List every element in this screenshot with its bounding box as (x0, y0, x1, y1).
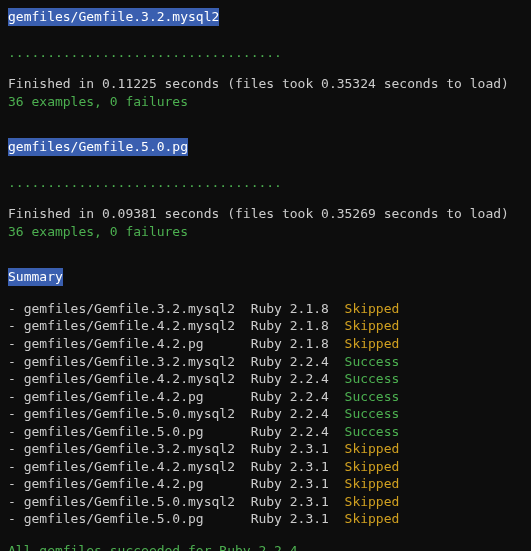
summary-row: - gemfiles/Gemfile.3.2.mysql2 Ruby 2.1.8… (8, 300, 523, 318)
dash: - (8, 476, 24, 491)
section-heading: gemfiles/Gemfile.5.0.pg (8, 138, 188, 156)
row-file: gemfiles/Gemfile.3.2.mysql2 (24, 441, 251, 456)
row-file: gemfiles/Gemfile.4.2.pg (24, 476, 251, 491)
summary-row: - gemfiles/Gemfile.4.2.pg Ruby 2.2.4 Suc… (8, 388, 523, 406)
row-file: gemfiles/Gemfile.3.2.mysql2 (24, 354, 251, 369)
row-ruby: Ruby 2.1.8 (251, 301, 345, 316)
row-ruby: Ruby 2.3.1 (251, 476, 345, 491)
row-ruby: Ruby 2.2.4 (251, 406, 345, 421)
final-line: All gemfiles succeeded for Ruby 2.2.4. (8, 542, 523, 551)
dash: - (8, 424, 24, 439)
row-ruby: Ruby 2.1.8 (251, 318, 345, 333)
dash: - (8, 354, 24, 369)
dash: - (8, 371, 24, 386)
row-file: gemfiles/Gemfile.4.2.mysql2 (24, 318, 251, 333)
dash: - (8, 301, 24, 316)
progress-dots: ................................... (8, 44, 523, 62)
dash: - (8, 318, 24, 333)
examples-line: 36 examples, 0 failures (8, 93, 523, 111)
dash: - (8, 389, 24, 404)
dash: - (8, 511, 24, 526)
finished-line: Finished in 0.09381 seconds (files took … (8, 205, 523, 223)
row-file: gemfiles/Gemfile.4.2.pg (24, 336, 251, 351)
row-status: Success (345, 424, 400, 439)
summary-row: - gemfiles/Gemfile.3.2.mysql2 Ruby 2.3.1… (8, 440, 523, 458)
row-status: Skipped (345, 301, 400, 316)
row-file: gemfiles/Gemfile.5.0.mysql2 (24, 494, 251, 509)
row-file: gemfiles/Gemfile.5.0.mysql2 (24, 406, 251, 421)
row-status: Success (345, 389, 400, 404)
row-ruby: Ruby 2.2.4 (251, 424, 345, 439)
summary-row: - gemfiles/Gemfile.5.0.pg Ruby 2.3.1 Ski… (8, 510, 523, 528)
row-file: gemfiles/Gemfile.3.2.mysql2 (24, 301, 251, 316)
dash: - (8, 494, 24, 509)
summary-row: - gemfiles/Gemfile.5.0.mysql2 Ruby 2.3.1… (8, 493, 523, 511)
row-ruby: Ruby 2.2.4 (251, 371, 345, 386)
row-status: Success (345, 371, 400, 386)
summary-row: - gemfiles/Gemfile.4.2.pg Ruby 2.3.1 Ski… (8, 475, 523, 493)
row-file: gemfiles/Gemfile.4.2.pg (24, 389, 251, 404)
row-ruby: Ruby 2.2.4 (251, 389, 345, 404)
summary-row: - gemfiles/Gemfile.3.2.mysql2 Ruby 2.2.4… (8, 353, 523, 371)
row-status: Skipped (345, 318, 400, 333)
row-file: gemfiles/Gemfile.4.2.mysql2 (24, 459, 251, 474)
row-ruby: Ruby 2.3.1 (251, 511, 345, 526)
summary-block: Summary - gemfiles/Gemfile.3.2.mysql2 Ru… (8, 268, 523, 551)
row-ruby: Ruby 2.3.1 (251, 494, 345, 509)
row-file: gemfiles/Gemfile.5.0.pg (24, 511, 251, 526)
row-status: Success (345, 406, 400, 421)
row-status: Success (345, 354, 400, 369)
summary-row: - gemfiles/Gemfile.4.2.pg Ruby 2.1.8 Ski… (8, 335, 523, 353)
examples-line: 36 examples, 0 failures (8, 223, 523, 241)
summary-row: - gemfiles/Gemfile.4.2.mysql2 Ruby 2.3.1… (8, 458, 523, 476)
row-status: Skipped (345, 476, 400, 491)
row-status: Skipped (345, 494, 400, 509)
progress-dots: ................................... (8, 174, 523, 192)
dash: - (8, 406, 24, 421)
row-status: Skipped (345, 511, 400, 526)
row-ruby: Ruby 2.3.1 (251, 459, 345, 474)
row-ruby: Ruby 2.2.4 (251, 354, 345, 369)
section-heading: gemfiles/Gemfile.3.2.mysql2 (8, 8, 219, 26)
finished-line: Finished in 0.11225 seconds (files took … (8, 75, 523, 93)
row-status: Skipped (345, 441, 400, 456)
row-ruby: Ruby 2.1.8 (251, 336, 345, 351)
row-file: gemfiles/Gemfile.5.0.pg (24, 424, 251, 439)
summary-rows: - gemfiles/Gemfile.3.2.mysql2 Ruby 2.1.8… (8, 300, 523, 528)
row-file: gemfiles/Gemfile.4.2.mysql2 (24, 371, 251, 386)
summary-row: - gemfiles/Gemfile.4.2.mysql2 Ruby 2.2.4… (8, 370, 523, 388)
summary-row: - gemfiles/Gemfile.5.0.pg Ruby 2.2.4 Suc… (8, 423, 523, 441)
dash: - (8, 459, 24, 474)
row-ruby: Ruby 2.3.1 (251, 441, 345, 456)
row-status: Skipped (345, 336, 400, 351)
summary-heading: Summary (8, 268, 63, 286)
summary-row: - gemfiles/Gemfile.4.2.mysql2 Ruby 2.1.8… (8, 317, 523, 335)
summary-row: - gemfiles/Gemfile.5.0.mysql2 Ruby 2.2.4… (8, 405, 523, 423)
row-status: Skipped (345, 459, 400, 474)
dash: - (8, 336, 24, 351)
dash: - (8, 441, 24, 456)
test-sections: gemfiles/Gemfile.3.2.mysql2.............… (8, 8, 523, 240)
